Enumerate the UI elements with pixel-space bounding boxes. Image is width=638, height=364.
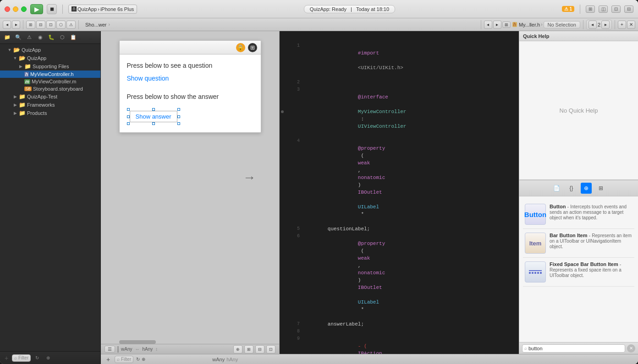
- stop-button[interactable]: ◼: [47, 4, 57, 14]
- tree-item-quizapp-folder[interactable]: ▼ 📂 QuizApp: [0, 54, 100, 62]
- tree-item-quizapp-test[interactable]: ▶ 📁 QuizApp-Test: [0, 92, 100, 101]
- count-back[interactable]: ◂: [588, 21, 597, 29]
- handle-tr: [177, 108, 180, 111]
- search-icon: ⌕: [524, 346, 527, 351]
- tree-item-myviewcontroller-h[interactable]: h MyViewController.h: [0, 71, 100, 78]
- tree-label-quizapp: QuizApp: [27, 55, 46, 61]
- close-button[interactable]: [5, 6, 10, 12]
- type-uilabel-1: UILabel: [358, 204, 379, 210]
- tree-label-supporting: Supporting Files: [33, 64, 69, 69]
- tree-item-supporting-files[interactable]: ▶ 📁 Supporting Files: [0, 62, 100, 71]
- line-content-6: @property ( weak , nonatomic ) IBOutlet …: [303, 233, 519, 321]
- filter-area[interactable]: ⌕ Filter: [12, 354, 31, 362]
- tree-item-quizapp-root[interactable]: ▼ 📂 QuizApp: [0, 46, 100, 54]
- line-num-5: 5: [285, 225, 303, 233]
- disclosure-quizapp-folder: ▼: [13, 56, 17, 60]
- ib-scrollbar[interactable]: [101, 340, 279, 344]
- scroll-thumb[interactable]: [119, 340, 156, 344]
- navigator-toggle[interactable]: ◫: [599, 5, 608, 13]
- ib-pin-btn[interactable]: ⊡: [266, 345, 275, 353]
- bc-fwd[interactable]: ▸: [493, 21, 501, 29]
- iphone-frame: 🔒 ⊞ Press below to see a question Show q…: [119, 40, 261, 133]
- show-question-btn[interactable]: Show question: [127, 75, 253, 82]
- fixed-icon-visual: [529, 270, 542, 274]
- qh-tab-library[interactable]: ⊕: [581, 183, 592, 194]
- ib-footer-right: ⊕ ⊞ ⊟ ⊡: [233, 345, 275, 353]
- line-num-4: 4: [285, 137, 303, 225]
- filter-label: Filter: [18, 355, 28, 360]
- ib-fit-btn[interactable]: ⊞: [244, 345, 253, 353]
- close-editor-btn[interactable]: ✕: [627, 21, 635, 29]
- lib-button-title: Button - Intercepts touch events and sen…: [550, 204, 632, 220]
- nav-filter-scope[interactable]: ⊕: [44, 354, 53, 362]
- handle-bc: [152, 122, 155, 125]
- iphone-icon-dark[interactable]: ⊞: [248, 43, 257, 52]
- ib-zoom-btn[interactable]: ⊕: [233, 345, 242, 353]
- qh-tab-object[interactable]: {}: [566, 183, 577, 194]
- qh-tab-file[interactable]: 📄: [551, 183, 562, 194]
- search-clear-btn[interactable]: ✕: [627, 344, 635, 353]
- bottom-filter-area[interactable]: ⌕ Filter: [115, 356, 133, 363]
- tree-item-products[interactable]: ▶ 📁 Products: [0, 109, 100, 117]
- nav-add-btn[interactable]: +: [3, 354, 10, 362]
- forward-button[interactable]: ▸: [12, 21, 20, 29]
- maximize-button[interactable]: [21, 6, 27, 12]
- main-window: ▶ ◼ 🅰 QuizApp › iPhone 6s Plus QuizApp: …: [0, 0, 638, 364]
- line-content-3: @interface MyViewController : UIViewCont…: [303, 86, 519, 137]
- lib-button-text: Button - Intercepts touch events and sen…: [550, 204, 632, 221]
- count-fwd[interactable]: ▸: [601, 21, 610, 29]
- bottom-cycle-btn[interactable]: ↻: [136, 357, 140, 362]
- view-toggle-btn[interactable]: ⊞: [586, 5, 595, 13]
- tree-item-frameworks[interactable]: ▶ 📁 Frameworks: [0, 101, 100, 109]
- nav-report-btn[interactable]: 📋: [69, 33, 78, 42]
- folder-icon-supporting: 📁: [24, 63, 31, 70]
- run-button[interactable]: ▶: [30, 4, 43, 14]
- show-answer-btn[interactable]: Show answer: [130, 111, 177, 122]
- nav-bp-btn[interactable]: ⬡: [58, 33, 67, 42]
- view-as-btn[interactable]: ☰: [104, 346, 115, 353]
- no-selection-label[interactable]: No Selection: [544, 21, 580, 28]
- import-path: <UIKit/UIKit.h>: [358, 65, 403, 71]
- iphone-icon-orange[interactable]: 🔒: [236, 43, 245, 52]
- line-content-1: #import <UIKit/UIKit.h>: [303, 42, 519, 79]
- issue-btn[interactable]: ⚠: [66, 21, 76, 29]
- kw-iboutlet-2: IBOutlet: [358, 285, 382, 290]
- scheme-selector[interactable]: 🅰 QuizApp › iPhone 6s Plus: [68, 5, 137, 14]
- nav-search-btn[interactable]: 🔍: [14, 33, 23, 42]
- bottom-scope-btn[interactable]: ⊕: [142, 357, 145, 362]
- breakpt-btn[interactable]: ⬡: [56, 21, 66, 29]
- main-area: 📁 🔍 ⚠ ◉ 🐛 ⬡ 📋 ▼ 📂 QuizApp ▼ 📂: [0, 31, 638, 364]
- nav-debug-btn[interactable]: 🐛: [47, 33, 56, 42]
- library-search-field[interactable]: ⌕ button: [522, 344, 625, 353]
- ib-canvas[interactable]: → 🔒 ⊞ Press below to see a question Show…: [101, 31, 279, 340]
- tree-item-myviewcontroller-m[interactable]: m MyViewController.m: [0, 78, 100, 85]
- code-pane[interactable]: 1 #import <UIKit/UIKit.h> 2: [280, 31, 519, 354]
- add-file-btn[interactable]: ⊞: [26, 21, 35, 29]
- gutter-ind-blank1: [280, 35, 285, 42]
- nav-folder-btn[interactable]: 📁: [3, 33, 12, 42]
- bottom-add-btn[interactable]: +: [104, 356, 112, 363]
- bc-back[interactable]: ◂: [484, 21, 492, 29]
- sec-sep2: [78, 20, 79, 29]
- qh-tab-media[interactable]: ⊞: [595, 183, 606, 194]
- nav-filter-recent[interactable]: ↻: [33, 354, 42, 362]
- count-nav: ◂ 2 ▸: [586, 20, 612, 30]
- utilities-toggle[interactable]: ⊟: [624, 5, 633, 13]
- code-editor[interactable]: 1 #import <UIKit/UIKit.h> 2: [280, 31, 519, 354]
- nav-test-btn[interactable]: ◉: [36, 33, 45, 42]
- secondary-toolbar: ◂ ▸ ⊞ ⊟ ⊡ ⬡ ⚠ Sho...wer › ◂ ▸ ⊞ h My...l…: [0, 18, 638, 31]
- debug-toggle[interactable]: ⊡: [611, 5, 621, 13]
- nav-issue-btn[interactable]: ⚠: [25, 33, 34, 42]
- minimize-button[interactable]: [13, 6, 18, 12]
- back-button[interactable]: ◂: [3, 21, 11, 29]
- storyboard-file-icon: SB: [24, 87, 32, 91]
- breadcrumb-storyboard-nav: Sho...wer: [85, 22, 106, 27]
- related-btn[interactable]: ⊞: [502, 22, 511, 28]
- tree-item-storyboard[interactable]: SB Storyboard.storyboard: [0, 85, 100, 92]
- add-editor-btn[interactable]: +: [618, 21, 626, 29]
- editor-btn[interactable]: ⊡: [46, 21, 55, 29]
- warning-badge[interactable]: ⚠ 1: [562, 6, 574, 12]
- tree-label-products: Products: [27, 110, 47, 116]
- ib-arrange-btn[interactable]: ⊟: [255, 345, 264, 353]
- view-ctrl-btn[interactable]: ⊟: [36, 21, 45, 29]
